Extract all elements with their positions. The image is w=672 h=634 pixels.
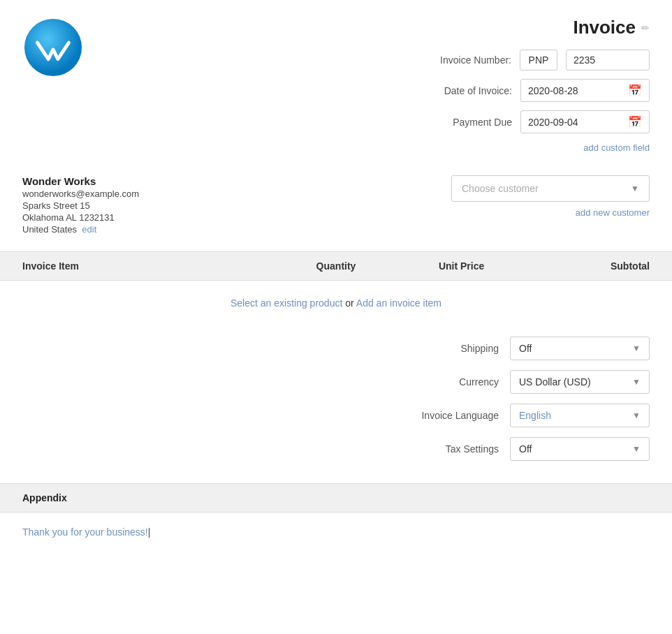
items-or-text: or — [345, 297, 356, 309]
header: Invoice ✏ Invoice Number: PNP 2235 Date … — [0, 0, 672, 164]
customer-placeholder: Choose customer — [462, 183, 539, 194]
customer-section: Choose customer ▼ add new customer — [440, 175, 650, 218]
invoice-date-row: Date of Invoice: 2020-08-28 📅 — [421, 79, 650, 102]
col-quantity: Quantity — [273, 260, 399, 272]
shipping-value: Off — [519, 343, 532, 354]
language-select[interactable]: English ▼ — [510, 404, 650, 427]
payment-due-row: Payment Due 2020-09-04 📅 — [421, 110, 650, 133]
company-info: Wonder Works wonderworks@example.com Spa… — [22, 175, 139, 235]
company-customer-section: Wonder Works wonderworks@example.com Spa… — [0, 164, 672, 251]
invoice-prefix-input[interactable]: PNP — [520, 50, 557, 71]
logo-area — [22, 17, 84, 78]
currency-dropdown-arrow: ▼ — [632, 377, 641, 387]
tax-label: Tax Settings — [408, 443, 499, 455]
shipping-select[interactable]: Off ▼ — [510, 337, 650, 360]
appendix-text[interactable]: Thank you for your business! — [22, 526, 148, 538]
currency-row: Currency US Dollar (USD) ▼ — [408, 370, 650, 394]
invoice-number-label: Invoice Number: — [421, 54, 511, 66]
tax-dropdown-arrow: ▼ — [632, 444, 641, 454]
col-invoice-item: Invoice Item — [22, 260, 273, 272]
calendar-icon: 📅 — [628, 84, 642, 97]
currency-label: Currency — [408, 376, 499, 388]
tax-value: Off — [519, 443, 532, 455]
svg-point-0 — [24, 19, 82, 76]
shipping-dropdown-arrow: ▼ — [632, 344, 641, 353]
add-invoice-item-link[interactable]: Add an invoice item — [356, 297, 441, 309]
appendix-title: Appendix — [22, 492, 67, 503]
col-subtotal: Subtotal — [524, 260, 650, 272]
appendix-header: Appendix — [0, 483, 672, 513]
dropdown-arrow-icon: ▼ — [631, 184, 639, 193]
language-dropdown-arrow: ▼ — [632, 411, 641, 420]
tax-row: Tax Settings Off ▼ — [408, 437, 650, 461]
language-label: Invoice Language — [408, 410, 499, 421]
invoice-meta: Invoice ✏ Invoice Number: PNP 2235 Date … — [421, 17, 650, 153]
shipping-label: Shipping — [408, 343, 499, 354]
calendar-icon-2: 📅 — [628, 115, 642, 128]
invoice-date-label: Date of Invoice: — [421, 85, 512, 96]
shipping-row: Shipping Off ▼ — [408, 337, 650, 360]
add-new-customer-link[interactable]: add new customer — [576, 207, 650, 218]
invoice-number-row: Invoice Number: PNP 2235 — [421, 50, 650, 71]
items-area: Select an existing product or Add an inv… — [0, 281, 672, 325]
text-cursor — [149, 528, 149, 538]
company-country: United States edit — [22, 224, 139, 235]
items-prompt: Select an existing product or Add an inv… — [231, 297, 441, 309]
add-custom-field-link[interactable]: add custom field — [583, 142, 650, 153]
company-name: Wonder Works — [22, 175, 139, 187]
payment-due-input[interactable]: 2020-09-04 📅 — [520, 110, 650, 133]
appendix-body: Thank you for your business! — [0, 513, 672, 552]
invoice-title-row: Invoice ✏ — [573, 17, 650, 38]
customer-dropdown[interactable]: Choose customer ▼ — [451, 175, 650, 202]
language-value: English — [519, 410, 551, 421]
company-address1: Sparks Street 15 — [22, 200, 139, 211]
company-address2: Oklahoma AL 1232131 — [22, 212, 139, 223]
payment-due-value: 2020-09-04 — [528, 117, 578, 128]
company-email: wonderworks@example.com — [22, 189, 139, 199]
language-row: Invoice Language English ▼ — [408, 404, 650, 427]
invoice-date-value: 2020-08-28 — [528, 85, 578, 96]
col-unit-price: Unit Price — [399, 260, 525, 272]
invoice-number-input[interactable]: 2235 — [566, 50, 650, 71]
edit-title-icon[interactable]: ✏ — [641, 22, 650, 34]
currency-value: US Dollar (USD) — [519, 376, 591, 388]
settings-area: Shipping Off ▼ Currency US Dollar (USD) … — [0, 325, 672, 483]
currency-select[interactable]: US Dollar (USD) ▼ — [510, 370, 650, 394]
tax-select[interactable]: Off ▼ — [510, 437, 650, 461]
company-logo — [22, 17, 84, 78]
payment-due-label: Payment Due — [421, 117, 512, 128]
company-edit-link[interactable]: edit — [82, 224, 96, 235]
invoice-date-input[interactable]: 2020-08-28 📅 — [520, 79, 650, 102]
select-existing-product-link[interactable]: Select an existing product — [231, 297, 342, 309]
table-header: Invoice Item Quantity Unit Price Subtota… — [0, 251, 672, 281]
invoice-title: Invoice — [573, 17, 636, 38]
